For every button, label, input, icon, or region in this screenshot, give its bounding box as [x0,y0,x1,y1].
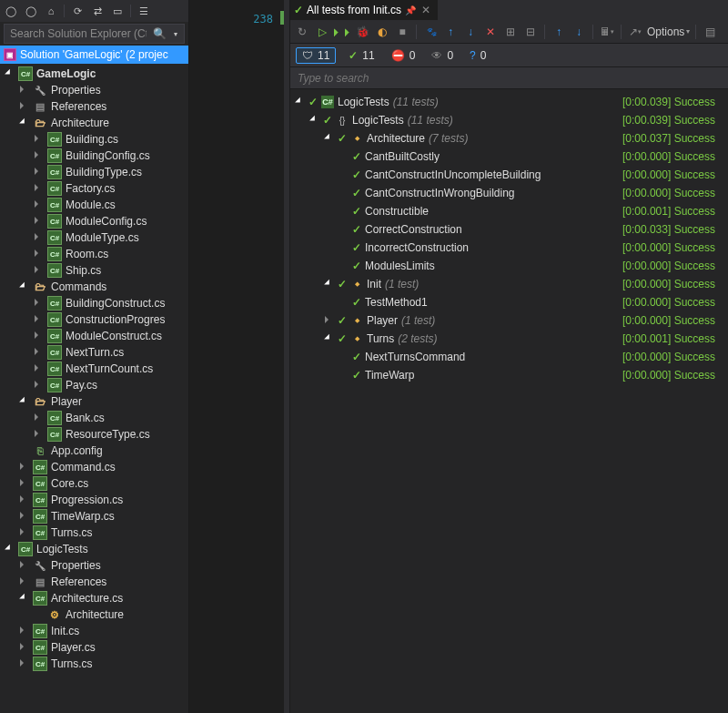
expand-arrow-icon[interactable] [20,643,29,652]
stat-skipped[interactable]: 👁 0 [428,47,457,64]
tree-item[interactable]: References [0,574,188,590]
expand-arrow-icon[interactable] [325,334,334,343]
solution-tree[interactable]: C# GameLogic Properties References Archi… [0,64,188,713]
tree-item[interactable]: C# ModuleType.cs [0,229,188,246]
expand-arrow-icon[interactable] [325,134,334,143]
search-icon[interactable]: 🔍 [152,27,168,40]
refresh-icon[interactable]: ⟳ [70,4,85,18]
forward-icon[interactable]: ◯ [24,4,38,18]
nav-down-icon[interactable]: ↓ [462,24,479,40]
close-icon[interactable]: ✕ [420,4,432,16]
test-group[interactable]: ✓ Turns (2 tests) [0:00.001] Success [290,330,728,348]
tree-item[interactable]: C# ModuleConfig.cs [0,213,188,229]
test-item[interactable]: ✓ CorrectConstruction [0:00.033] Success [290,220,728,239]
tree-item[interactable]: C# TimeWarp.cs [0,508,188,525]
expand-arrow-icon[interactable] [35,266,44,275]
tree-item[interactable]: C# BuildingConfig.cs [0,148,188,164]
expand-arrow-icon[interactable] [35,364,44,373]
stat-failed[interactable]: ⛔ 0 [388,47,420,64]
expand-arrow-icon[interactable] [35,299,44,308]
tree-item[interactable]: C# Module.cs [0,197,188,213]
expand-arrow-icon[interactable] [296,97,305,107]
tree-item[interactable]: C# Architecture.cs [0,590,188,606]
test-item[interactable]: ✓ Constructible [0:00.001] Success [290,202,728,220]
solution-search-input[interactable] [5,27,152,40]
tree-item[interactable]: Player [0,393,188,410]
sync-icon[interactable]: ⇄ [90,4,105,18]
prev-icon[interactable]: ↑ [551,24,567,40]
nav-up-icon[interactable]: ↑ [442,24,459,40]
back-icon[interactable]: ◯ [4,4,18,18]
tree-item[interactable]: C# Turns.cs [0,525,188,541]
remove-icon[interactable]: ✕ [482,24,499,40]
project-node[interactable]: C# GameLogic [0,66,188,82]
expand-arrow-icon[interactable] [35,430,44,439]
expand-arrow-icon[interactable] [20,397,29,406]
run-all-icon[interactable]: ⏵⏵ [334,24,350,40]
expand-arrow-icon[interactable] [20,626,29,636]
pin-icon[interactable]: 📌 [405,5,416,15]
expand-arrow-icon[interactable] [20,479,29,488]
tree-item[interactable]: Properties [0,557,188,574]
expand-arrow-icon[interactable] [35,233,44,242]
options-dropdown[interactable]: Options ▾ [647,25,690,38]
next-icon[interactable]: ↓ [571,24,587,40]
tree-item[interactable]: Architecture [0,115,188,131]
tree-item[interactable]: C# Command.cs [0,459,188,475]
test-group[interactable]: ✓ C# LogicTests (11 tests) [0:00.039] Su… [290,93,728,111]
tree-item[interactable]: C# ModuleConstruct.cs [0,328,188,344]
layout-icon[interactable]: ▤ [702,24,718,40]
test-item[interactable]: ✓ CantConstructInUncompleteBuilding [0:0… [290,166,728,184]
tree-item[interactable]: C# BuildingType.cs [0,164,188,180]
expand-arrow-icon[interactable] [5,69,15,78]
search-dropdown-icon[interactable]: ▾ [168,30,185,38]
tree-item[interactable]: C# Room.cs [0,246,188,262]
tree-item[interactable]: C# Player.cs [0,639,188,656]
expand-arrow-icon[interactable] [20,102,29,111]
solution-search[interactable]: 🔍 ▾ [4,24,185,44]
expand-arrow-icon[interactable] [35,315,44,324]
editor-scrollbar[interactable] [284,0,289,713]
project-node[interactable]: C# LogicTests [0,541,188,557]
expand-arrow-icon[interactable] [5,545,15,554]
debug-icon[interactable]: 🐞 [354,24,370,40]
tree-item[interactable]: C# ConstructionProgres [0,311,188,328]
expand-arrow-icon[interactable] [20,577,29,586]
calc-icon[interactable]: 🖩▾ [599,24,615,40]
expand-arrow-icon[interactable] [35,381,44,390]
test-search[interactable] [290,67,728,89]
test-item[interactable]: ✓ ModulesLimits [0:00.000] Success [290,257,728,275]
expand-arrow-icon[interactable] [20,659,29,668]
properties-icon[interactable]: ☰ [136,4,151,18]
expand-arrow-icon[interactable] [20,594,29,603]
tree-item[interactable]: C# BuildingConstruct.cs [0,295,188,311]
test-item[interactable]: ✓ CantBuiltCostly [0:00.000] Success [290,148,728,166]
expand-arrow-icon[interactable] [35,331,44,341]
test-tree[interactable]: ✓ C# LogicTests (11 tests) [0:00.039] Su… [290,89,728,713]
tree-item[interactable]: Architecture [0,606,188,623]
test-item[interactable]: ✓ TimeWarp [0:00.000] Success [290,366,728,384]
expand-arrow-icon[interactable] [325,280,334,289]
test-group[interactable]: ✓ LogicTests (11 tests) [0:00.039] Succe… [290,111,728,129]
expand-arrow-icon[interactable] [35,168,44,177]
tree-item[interactable]: App.config [0,443,188,459]
test-group[interactable]: ✓ Player (1 test) [0:00.000] Success [290,311,728,330]
test-item[interactable]: ✓ CantConstructInWrongBuilding [0:00.000… [290,184,728,202]
expand-arrow-icon[interactable] [310,116,319,125]
tree-item[interactable]: C# Factory.cs [0,180,188,197]
tree-item[interactable]: C# Turns.cs [0,656,188,672]
home-icon[interactable]: ⌂ [44,4,58,18]
expand-arrow-icon[interactable] [20,561,29,570]
expand-arrow-icon[interactable] [20,512,29,521]
export-icon[interactable]: ↗▾ [627,24,643,40]
tree-item[interactable]: Commands [0,279,188,295]
tab-tests[interactable]: ✓ All tests from Init.cs 📌 ✕ [290,0,438,20]
tree-item[interactable]: Properties [0,82,188,98]
tree-item[interactable]: C# Init.cs [0,623,188,639]
stat-passed[interactable]: ✓ 11 [345,47,378,64]
expand-arrow-icon[interactable] [35,217,44,226]
coverage-icon[interactable]: ◐ [374,24,390,40]
expand-arrow-icon[interactable] [35,413,44,423]
expand-icon[interactable]: ⊞ [502,24,519,40]
test-item[interactable]: ✓ NextTurnsCommand [0:00.000] Success [290,348,728,366]
